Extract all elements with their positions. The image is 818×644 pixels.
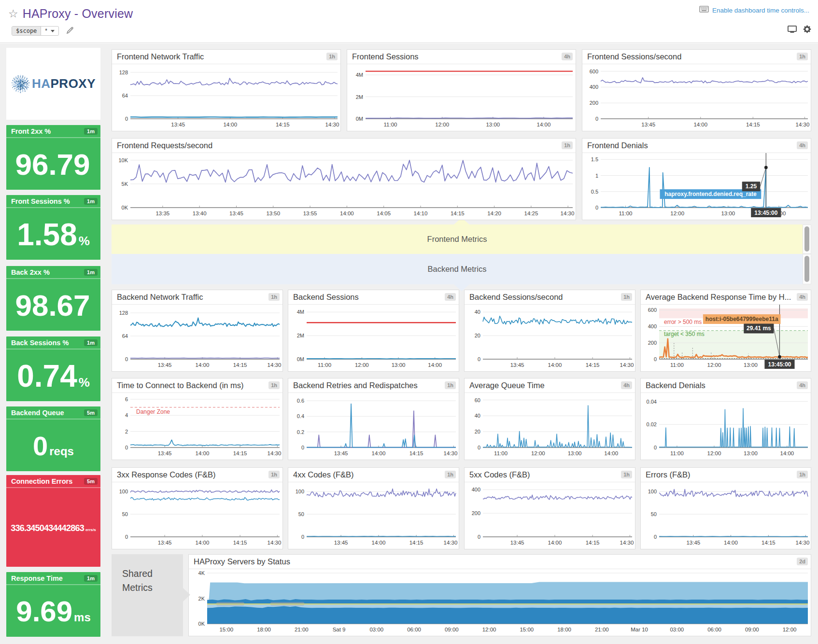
svg-text:14:05: 14:05 xyxy=(377,210,391,216)
chart-plot-frontend-network-traffic[interactable]: 06412813:4514:0014:1514:30 xyxy=(112,64,340,131)
svg-text:100: 100 xyxy=(648,489,657,494)
chart-panel-haproxy-servers-by-status[interactable]: HAProxy Servers by Status2d0K2K4K15:0018… xyxy=(188,554,811,636)
chart-header: Time to Connect to Backend (in ms)1h xyxy=(112,378,282,393)
query-value-tile[interactable]: Front 2xx %1m96.79 xyxy=(6,125,100,190)
page-title: HAProxy - Overview xyxy=(23,7,133,21)
chart-plot-codes-5xx[interactable]: 020040013:4514:0014:1514:30 xyxy=(465,482,635,549)
svg-text:03:00: 03:00 xyxy=(369,627,383,632)
tile-title: Connection Errors xyxy=(11,477,84,485)
chart-panel-average-queue-time[interactable]: Average Queue Time4h020406011:0012:0013:… xyxy=(464,378,635,460)
enable-time-controls-link[interactable]: Enable dashboard time controls... xyxy=(712,7,809,14)
svg-text:14:30: 14:30 xyxy=(268,362,282,368)
chart-plot-codes-3xx[interactable]: 05010013:4514:0014:1514:30 xyxy=(112,482,282,549)
chart-panel-backend-retries[interactable]: Backend Retries and Redispatches1h00.20.… xyxy=(288,378,459,460)
chart-plot-codes-4xx[interactable]: 05010013:4514:0014:1514:30 xyxy=(288,482,459,549)
template-variable-selector[interactable]: $scope * xyxy=(12,26,59,36)
query-value-tile[interactable]: Back Sessions %1m0.74% xyxy=(6,336,100,401)
svg-text:128: 128 xyxy=(119,310,128,316)
svg-text:14:00: 14:00 xyxy=(340,210,354,216)
svg-text:14:15: 14:15 xyxy=(762,540,776,546)
tile-value: 9.69 xyxy=(16,597,72,626)
svg-text:13:45: 13:45 xyxy=(510,362,524,368)
svg-text:14:30: 14:30 xyxy=(620,362,634,368)
band-scrollbar-thumb[interactable] xyxy=(804,256,809,282)
chart-panel-frontend-requests-second[interactable]: Frontend Requests/second1h0K5K10K13:3513… xyxy=(112,138,576,220)
chart-plot-frontend-denials[interactable]: 00.511.511:0012:0013:0014:00haproxy.fron… xyxy=(582,153,811,220)
chart-plot-backend-sessions-second[interactable]: 0204013:4514:0014:1514:30 xyxy=(465,305,635,371)
gear-icon[interactable] xyxy=(803,25,811,35)
chart-header: Backend Network Traffic1h xyxy=(112,290,282,305)
query-value-tile[interactable]: Back 2xx %1m98.67 xyxy=(6,266,100,331)
chart-plot-frontend-sessions-second[interactable]: 020040060013:4514:0014:1514:30 xyxy=(582,64,811,131)
chart-panel-avg-backend-response-time[interactable]: Average Backend Response Time by H...4h0… xyxy=(640,290,811,372)
tile-header: Backend Queue5m xyxy=(6,406,100,420)
chart-panel-codes-5xx[interactable]: 5xx Codes (F&B)1h020040013:4514:0014:151… xyxy=(464,467,635,549)
shared-metrics-arrow xyxy=(183,588,190,602)
chart-plot-backend-denials[interactable]: 00.020.0411:0012:0013:0014:00 xyxy=(641,393,811,460)
chart-plot-frontend-sessions[interactable]: 0M2M4M11:0012:0013:0014:00 xyxy=(347,64,576,131)
svg-text:2K: 2K xyxy=(198,596,205,602)
query-value-tile[interactable]: Response Time1m9.69ms xyxy=(6,572,100,637)
chart-panel-codes-4xx[interactable]: 4xx Codes (F&B)1h05010013:4514:0014:1514… xyxy=(288,467,459,549)
tile-value-area: 0reqs xyxy=(6,420,100,471)
svg-text:14:30: 14:30 xyxy=(561,210,575,216)
template-variable-value[interactable]: * xyxy=(41,27,58,35)
chart-plot-errors-fb[interactable]: 05010013:4514:0014:1514:30 xyxy=(641,482,811,549)
edit-pencil-icon[interactable] xyxy=(66,27,74,36)
query-value-tile[interactable]: Front Sessions %1m1.58% xyxy=(6,195,100,260)
svg-text:13:45: 13:45 xyxy=(229,210,243,216)
chart-plot-avg-backend-response-time[interactable]: 0200400600error > 500 mstarget < 350 ms1… xyxy=(641,305,811,371)
tile-value-unit: reqs xyxy=(49,446,74,457)
svg-text:0M: 0M xyxy=(356,116,363,122)
chart-timeframe-badge: 1h xyxy=(268,293,280,301)
chart-panel-backend-network-traffic[interactable]: Backend Network Traffic1h06412813:4514:0… xyxy=(112,290,283,372)
svg-text:0.5: 0.5 xyxy=(591,189,598,195)
tile-value-line: 9.69ms xyxy=(16,597,90,626)
svg-text:11:00: 11:00 xyxy=(318,362,331,368)
svg-text:64: 64 xyxy=(122,93,128,98)
chart-plot-haproxy-servers-by-status[interactable]: 0K2K4K15:0018:0021:00Sat 903:0006:0009:0… xyxy=(189,569,811,636)
section-band-backend[interactable]: Backend Metrics xyxy=(112,254,803,284)
tv-mode-icon[interactable] xyxy=(788,26,797,35)
chart-plot-frontend-requests-second[interactable]: 0K5K10K13:3513:4013:4513:5013:5514:0014:… xyxy=(112,153,576,220)
chart-plot-time-to-connect[interactable]: 0246Danger Zone13:4514:0014:1514:30 xyxy=(112,393,282,460)
svg-text:0: 0 xyxy=(125,356,128,362)
tile-title: Back Sessions % xyxy=(11,339,84,347)
chart-panel-frontend-denials[interactable]: Frontend Denials4h00.511.511:0012:0013:0… xyxy=(582,138,811,220)
band-scrollbar-thumb[interactable] xyxy=(804,226,809,252)
tile-header: Front 2xx %1m xyxy=(6,125,100,138)
svg-text:14:00: 14:00 xyxy=(604,450,618,456)
svg-text:13:00: 13:00 xyxy=(486,122,500,127)
haproxy-logo: HAPROXY xyxy=(11,75,96,93)
favorite-star-icon[interactable]: ☆ xyxy=(8,8,18,19)
svg-text:0: 0 xyxy=(654,356,657,362)
svg-text:0: 0 xyxy=(478,445,480,450)
svg-text:64: 64 xyxy=(122,333,128,339)
query-value-tile[interactable]: Backend Queue5m0reqs xyxy=(6,406,100,471)
shared-metrics-line1: Shared xyxy=(122,567,153,581)
chart-panel-frontend-sessions-second[interactable]: Frontend Sessions/second1h020040060013:4… xyxy=(582,49,811,131)
haproxy-logo-text: HAPROXY xyxy=(32,76,96,91)
query-value-tile[interactable]: Connection Errors5m336.3450434442863errs… xyxy=(6,475,100,567)
tile-value-area: 96.79 xyxy=(6,139,100,190)
svg-text:13:45: 13:45 xyxy=(334,540,348,546)
tile-timeframe-badge: 1m xyxy=(84,575,98,582)
svg-text:14:15: 14:15 xyxy=(409,450,423,456)
chart-panel-backend-denials[interactable]: Backend Denials4h00.020.0411:0012:0013:0… xyxy=(640,378,811,460)
logo-text-ha: HA xyxy=(32,76,51,91)
chart-timeframe-badge: 4h xyxy=(797,381,808,389)
chart-plot-backend-retries[interactable]: 00.20.40.613:4514:0014:1514:30 xyxy=(288,393,459,460)
chart-panel-backend-sessions-second[interactable]: Backend Sessions/second1h0204013:4514:00… xyxy=(464,290,635,372)
chart-panel-frontend-network-traffic[interactable]: Frontend Network Traffic1h06412813:4514:… xyxy=(112,49,341,131)
chart-panel-errors-fb[interactable]: Errors (F&B)1h05010013:4514:0014:1514:30 xyxy=(640,467,811,549)
chart-plot-backend-sessions[interactable]: 0M2M4M11:0012:0013:0014:00 xyxy=(288,305,459,371)
section-band-frontend[interactable]: Frontend Metrics xyxy=(112,224,803,254)
chart-panel-time-to-connect[interactable]: Time to Connect to Backend (in ms)1h0246… xyxy=(112,378,283,460)
chart-plot-backend-network-traffic[interactable]: 06412813:4514:0014:1514:30 xyxy=(112,305,282,371)
tile-header: Back Sessions %1m xyxy=(6,336,100,350)
svg-text:haproxy.frontend.denied.req_ra: haproxy.frontend.denied.req_rate xyxy=(664,191,757,197)
chart-panel-frontend-sessions[interactable]: Frontend Sessions4h0M2M4M11:0012:0013:00… xyxy=(347,49,576,131)
chart-panel-backend-sessions[interactable]: Backend Sessions4h0M2M4M11:0012:0013:001… xyxy=(288,290,459,372)
chart-panel-codes-3xx[interactable]: 3xx Response Codes (F&B)1h05010013:4514:… xyxy=(112,467,283,549)
chart-plot-average-queue-time[interactable]: 020406011:0012:0013:0014:00 xyxy=(465,393,635,460)
